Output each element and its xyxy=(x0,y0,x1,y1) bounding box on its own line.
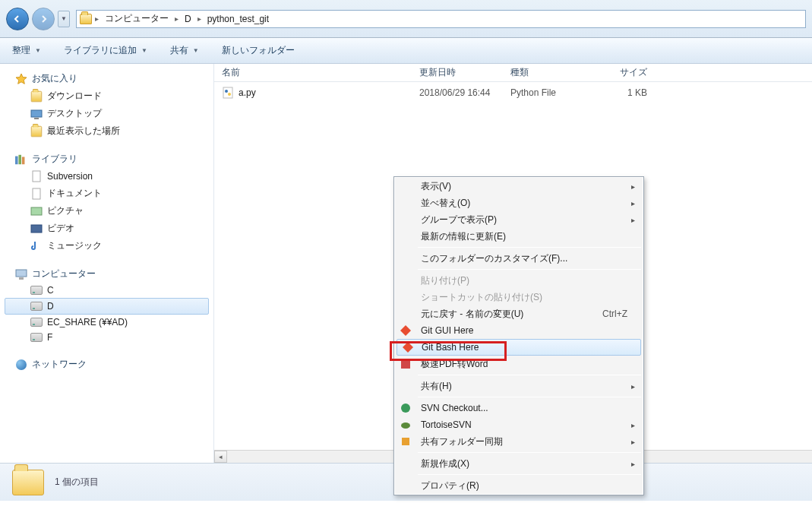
file-row[interactable]: a.py 2018/06/29 16:44 Python File 1 KB xyxy=(214,82,812,99)
nav-history-dropdown[interactable]: ▼ xyxy=(58,11,70,27)
sidebar-item-videos[interactable]: ビデオ xyxy=(0,220,213,237)
submenu-arrow-icon: ▸ xyxy=(631,182,635,191)
ctx-svn-checkout[interactable]: SVN Checkout... xyxy=(395,400,643,416)
column-header-date[interactable]: 更新日時 xyxy=(412,66,503,79)
sidebar-item-documents[interactable]: ドキュメント xyxy=(0,185,213,202)
sidebar-computer-label: コンピューター xyxy=(32,267,96,280)
folder-icon xyxy=(31,90,42,101)
ctx-label: 新規作成(X) xyxy=(421,457,469,470)
chevron-right-icon: ▸ xyxy=(95,14,99,23)
file-date: 2018/06/29 16:44 xyxy=(412,87,503,98)
sidebar-item-drive-ecshare[interactable]: EC_SHARE (¥¥AD) xyxy=(0,315,213,330)
svg-rect-11 xyxy=(223,87,232,98)
svn-icon xyxy=(400,402,412,414)
ctx-shortcut: Ctrl+Z xyxy=(602,309,627,319)
breadcrumb-drive[interactable]: D xyxy=(182,12,194,26)
context-menu: 表示(V)▸ 並べ替え(O)▸ グループで表示(P)▸ 最新の情報に更新(E) … xyxy=(393,176,644,495)
column-header-size[interactable]: サイズ xyxy=(594,66,655,79)
sidebar-network: ネットワーク xyxy=(0,356,213,373)
drive-icon xyxy=(30,318,43,327)
svg-rect-5 xyxy=(33,171,40,182)
star-icon xyxy=(15,73,27,85)
toolbar-organize[interactable]: 整理▼ xyxy=(8,42,46,59)
network-icon xyxy=(15,359,27,371)
ctx-label: 最新の情報に更新(E) xyxy=(421,230,506,243)
pdf-icon xyxy=(400,358,412,370)
ctx-properties[interactable]: プロパティ(R) xyxy=(395,477,643,494)
folder-icon xyxy=(80,14,92,24)
ctx-customize[interactable]: このフォルダーのカスタマイズ(F)... xyxy=(395,250,643,267)
toolbar-new-folder[interactable]: 新しいフォルダー xyxy=(217,42,299,59)
ctx-label: プロパティ(R) xyxy=(421,479,479,492)
column-header-name[interactable]: 名前 xyxy=(214,66,412,79)
sidebar-item-drive-d[interactable]: D xyxy=(5,298,209,315)
sidebar-network-label: ネットワーク xyxy=(32,358,87,371)
ctx-refresh[interactable]: 最新の情報に更新(E) xyxy=(395,228,643,245)
sidebar-network-header[interactable]: ネットワーク xyxy=(0,356,213,373)
chevron-right-icon: ▸ xyxy=(175,14,179,23)
svg-rect-9 xyxy=(16,270,27,277)
breadcrumb-folder[interactable]: python_test_git xyxy=(204,12,272,26)
ctx-sync[interactable]: 共有フォルダー同期▸ xyxy=(395,433,643,450)
ctx-tortoise[interactable]: TortoiseSVN▸ xyxy=(395,416,643,433)
sidebar-item-label: ドキュメント xyxy=(47,187,102,200)
column-header-type[interactable]: 種類 xyxy=(503,66,594,79)
ctx-separator xyxy=(418,269,641,270)
ctx-view[interactable]: 表示(V)▸ xyxy=(395,178,643,195)
sidebar-item-downloads[interactable]: ダウンロード xyxy=(0,87,213,105)
chevron-down-icon: ▼ xyxy=(193,47,199,54)
sync-icon xyxy=(400,435,412,448)
ctx-git-bash[interactable]: Git Bash Here xyxy=(397,339,641,356)
scroll-left-button[interactable]: ◂ xyxy=(214,451,227,463)
sidebar-item-label: ミュージック xyxy=(47,239,102,252)
file-size: 1 KB xyxy=(594,87,655,98)
toolbar-share[interactable]: 共有▼ xyxy=(166,42,204,59)
svg-point-15 xyxy=(401,403,410,413)
arrow-right-icon xyxy=(39,15,47,23)
ctx-label: 极速PDF转Word xyxy=(421,358,488,371)
sidebar-item-recent[interactable]: 最近表示した場所 xyxy=(0,122,213,140)
nav-back-button[interactable] xyxy=(6,8,29,30)
ctx-git-gui[interactable]: Git GUI Here xyxy=(395,322,643,339)
address-bar[interactable]: ▸ コンピューター ▸ D ▸ python_test_git xyxy=(76,10,806,28)
sidebar-libraries-header[interactable]: ライブラリ xyxy=(0,150,213,168)
ctx-sort[interactable]: 並べ替え(O)▸ xyxy=(395,195,643,211)
ctx-share[interactable]: 共有(H)▸ xyxy=(395,378,643,394)
submenu-arrow-icon: ▸ xyxy=(631,421,635,429)
file-type: Python File xyxy=(503,87,594,98)
sidebar-computer-header[interactable]: コンピューター xyxy=(0,265,213,283)
ctx-separator xyxy=(418,474,641,475)
submenu-arrow-icon: ▸ xyxy=(631,438,635,446)
sidebar-item-music[interactable]: ミュージック xyxy=(0,237,213,255)
ctx-new[interactable]: 新規作成(X)▸ xyxy=(395,455,643,472)
sidebar-favorites: お気に入り ダウンロード デスクトップ 最近表示した場所 xyxy=(0,70,213,140)
sidebar-item-pictures[interactable]: ピクチャ xyxy=(0,202,213,220)
breadcrumb-root[interactable]: コンピューター xyxy=(102,11,172,27)
svg-rect-14 xyxy=(401,359,410,369)
svg-rect-10 xyxy=(19,277,24,280)
ctx-label: グループで表示(P) xyxy=(421,214,497,226)
titlebar: ▼ ▸ コンピューター ▸ D ▸ python_test_git xyxy=(0,0,812,38)
ctx-paste-shortcut: ショートカットの貼り付け(S) xyxy=(395,289,643,305)
sidebar-computer: コンピューター C D EC_SHARE (¥¥AD) F xyxy=(0,265,213,345)
ctx-undo[interactable]: 元に戻す - 名前の変更(U)Ctrl+Z xyxy=(395,305,643,322)
ctx-label: Git Bash Here xyxy=(422,342,479,353)
toolbar-addlib-label: ライブラリに追加 xyxy=(64,44,137,57)
sidebar-item-drive-f[interactable]: F xyxy=(0,330,213,345)
sidebar-item-drive-c[interactable]: C xyxy=(0,283,213,298)
submenu-arrow-icon: ▸ xyxy=(631,216,635,224)
svg-rect-6 xyxy=(33,188,40,199)
ctx-group[interactable]: グループで表示(P)▸ xyxy=(395,211,643,228)
desktop-icon xyxy=(30,108,43,120)
toolbar-add-library[interactable]: ライブラリに追加▼ xyxy=(59,42,152,59)
sidebar-favorites-header[interactable]: お気に入り xyxy=(0,70,213,87)
nav-forward-button[interactable] xyxy=(32,8,55,30)
sidebar-item-desktop[interactable]: デスクトップ xyxy=(0,105,213,122)
ctx-separator xyxy=(418,452,641,453)
tortoise-icon xyxy=(400,419,412,431)
ctx-pdf[interactable]: 极速PDF转Word xyxy=(395,356,643,372)
svg-rect-3 xyxy=(18,154,21,163)
ctx-label: SVN Checkout... xyxy=(421,403,488,413)
ctx-label: このフォルダーのカスタマイズ(F)... xyxy=(421,252,567,265)
sidebar-item-subversion[interactable]: Subversion xyxy=(0,168,213,185)
